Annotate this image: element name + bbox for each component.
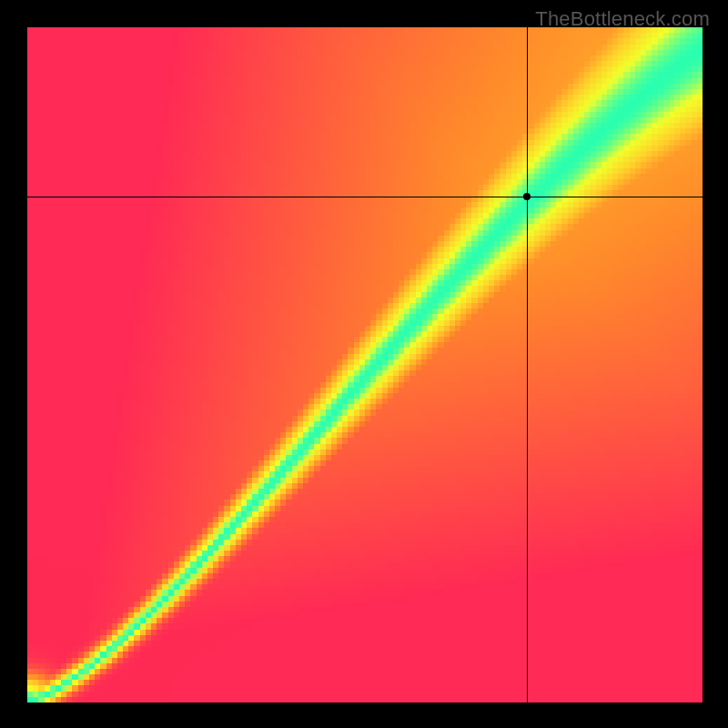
marker-dot <box>523 193 531 200</box>
crosshair-horizontal <box>27 197 703 197</box>
heatmap-plot-area <box>27 27 703 703</box>
axis-bottom-border <box>27 703 703 704</box>
heatmap-canvas <box>27 27 703 703</box>
crosshair-vertical <box>527 27 528 703</box>
watermark-text: TheBottleneck.com <box>535 7 710 31</box>
axis-right-border <box>703 27 704 703</box>
